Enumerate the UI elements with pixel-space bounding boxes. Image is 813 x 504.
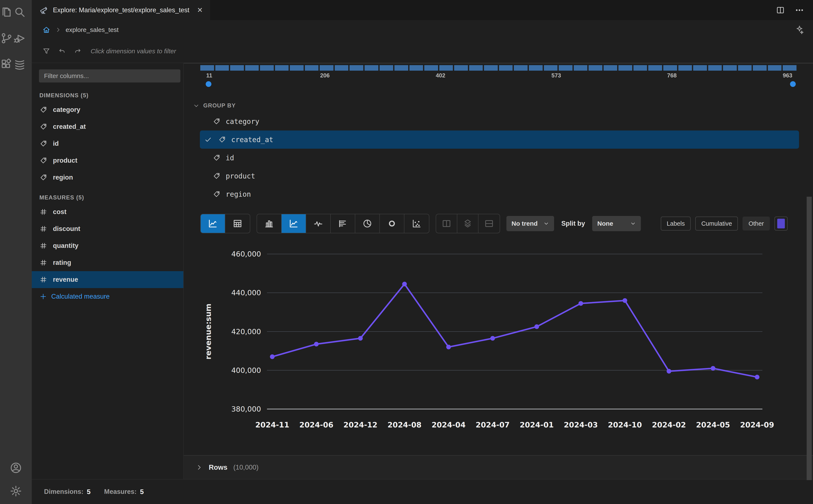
group-by-title: GROUP BY <box>203 102 236 109</box>
group-by-header[interactable]: GROUP BY <box>184 102 813 109</box>
histogram-segment <box>200 65 214 71</box>
histogram-segment <box>230 65 244 71</box>
more-actions-icon[interactable] <box>795 5 804 15</box>
donut-button[interactable] <box>380 214 404 233</box>
chevron-down-icon <box>543 221 549 226</box>
dimensions-list: categorycreated_atidproductregion <box>32 101 183 186</box>
range-histogram[interactable] <box>200 65 796 71</box>
range-handle-left[interactable] <box>206 81 212 87</box>
range-handle-right[interactable] <box>790 81 796 87</box>
activity-settings-icon[interactable] <box>9 485 22 498</box>
dimension-label: region <box>53 174 73 181</box>
sidebar-dimension-region[interactable]: region <box>32 169 183 186</box>
labels-button[interactable]: Labels <box>661 217 691 231</box>
chart-bar-button[interactable] <box>257 214 282 233</box>
histogram-segment <box>454 65 468 71</box>
histogram-segment <box>738 65 752 71</box>
filter-columns-input[interactable]: Filter columns... <box>39 69 180 82</box>
home-icon[interactable] <box>42 25 51 34</box>
pulse-button[interactable] <box>306 214 331 233</box>
tab-close-icon[interactable]: ✕ <box>197 6 203 14</box>
dimension-label: created_at <box>53 123 86 130</box>
bars-h-button[interactable] <box>331 214 355 233</box>
x-tick-label: 2024-03 <box>564 421 598 429</box>
chart-line-button[interactable] <box>201 214 225 233</box>
histogram-segment <box>603 65 618 71</box>
breadcrumb-item[interactable]: explore_sales_test <box>66 26 118 33</box>
donut-icon <box>386 218 397 229</box>
revenue-line <box>272 284 757 377</box>
status-bar: Dimensions: 5 Measures: 5 <box>32 479 813 504</box>
scatter-button[interactable] <box>404 214 429 233</box>
sidebar-measure-revenue[interactable]: revenue <box>32 271 183 288</box>
other-button[interactable]: Other <box>743 217 770 231</box>
sidebar-dimension-created_at[interactable]: created_at <box>32 118 183 135</box>
line-chart[interactable]: 380,000400,000420,000440,000460,000reven… <box>194 241 813 435</box>
pie-icon <box>362 218 373 229</box>
split-editor-icon[interactable] <box>776 5 785 15</box>
y-tick-label: 400,000 <box>231 366 261 375</box>
cumulative-button[interactable]: Cumulative <box>695 217 738 231</box>
hash-icon <box>39 259 47 267</box>
x-tick-label: 2024-11 <box>255 421 290 429</box>
group-by-item-id[interactable]: id <box>184 149 813 167</box>
tag-icon <box>39 157 47 165</box>
y-tick-label: 420,000 <box>231 327 261 336</box>
histogram-segment <box>215 65 229 71</box>
view-toggle-group <box>200 214 250 233</box>
chart-line-button[interactable] <box>282 214 306 233</box>
sidebar-measure-cost[interactable]: cost <box>32 203 183 220</box>
group-by-item-category[interactable]: category <box>184 112 813 130</box>
sidebar-dimension-category[interactable]: category <box>32 101 183 118</box>
data-point <box>490 336 495 341</box>
sidebar-dimension-id[interactable]: id <box>32 135 183 152</box>
activity-run-and-debug-icon[interactable] <box>13 32 26 45</box>
sparkles-icon[interactable] <box>794 25 804 35</box>
measure-label: discount <box>53 225 80 233</box>
activity-search-icon[interactable] <box>13 5 26 19</box>
redo-icon[interactable] <box>74 47 82 55</box>
split-by-select[interactable]: None <box>592 216 641 231</box>
rows-section-header[interactable]: Rows (10,000) <box>184 455 813 479</box>
group-by-item-product[interactable]: product <box>184 167 813 185</box>
sidebar-measure-rating[interactable]: rating <box>32 254 183 271</box>
x-tick-label: 2024-08 <box>387 421 422 429</box>
x-tick-label: 2024-12 <box>343 421 378 429</box>
calculated-measure-link[interactable]: Calculated measure <box>32 288 183 305</box>
scatter-icon <box>411 218 422 229</box>
activity-database-icon[interactable] <box>13 58 26 71</box>
filter-icon[interactable] <box>42 47 50 55</box>
chart-svg: 380,000400,000420,000440,000460,000reven… <box>194 241 778 435</box>
activity-account-icon[interactable] <box>9 461 22 474</box>
histogram-segment <box>439 65 453 71</box>
hash-icon <box>39 225 47 233</box>
trend-select[interactable]: No trend <box>506 216 554 231</box>
activity-files-icon[interactable] <box>0 5 13 19</box>
sidebar-measure-quantity[interactable]: quantity <box>32 237 183 254</box>
split-rows-button <box>478 214 500 233</box>
activity-bar-bottom <box>9 461 22 498</box>
data-point <box>534 324 539 329</box>
undo-icon[interactable] <box>58 47 66 55</box>
x-tick-label: 2024-05 <box>696 421 730 429</box>
pie-button[interactable] <box>355 214 380 233</box>
group-by-item-label: region <box>226 190 251 198</box>
histogram-segment <box>424 65 438 71</box>
tag-icon <box>39 140 47 148</box>
histogram-segment <box>365 65 378 71</box>
split-by-value: None <box>597 220 613 227</box>
vertical-scrollbar[interactable] <box>807 197 812 480</box>
activity-extensions-icon[interactable] <box>0 58 13 71</box>
group-by-item-region[interactable]: region <box>184 185 813 203</box>
sidebar-measure-discount[interactable]: discount <box>32 220 183 237</box>
activity-source-control-icon[interactable] <box>0 32 13 45</box>
y-tick-label: 460,000 <box>231 250 261 258</box>
trend-select-value: No trend <box>511 220 537 227</box>
tab-explore[interactable]: Explore: Maria/explore_test/explore_sale… <box>32 0 210 20</box>
group-by-item-created_at[interactable]: created_at <box>200 130 799 149</box>
histogram-segment <box>245 65 259 71</box>
table-button[interactable] <box>225 214 250 233</box>
tab-title: Explore: Maria/explore_test/explore_sale… <box>53 6 189 14</box>
sidebar-dimension-product[interactable]: product <box>32 152 183 169</box>
color-swatch-button[interactable] <box>774 217 788 231</box>
